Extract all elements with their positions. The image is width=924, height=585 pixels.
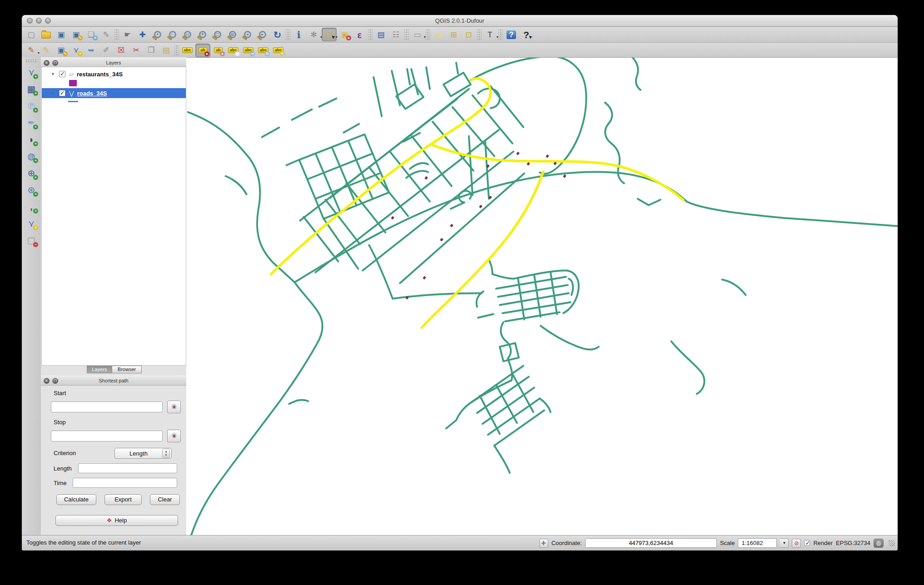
deselect-icon[interactable]: ▣● <box>338 28 352 41</box>
add-wms-layer-icon[interactable]: ◍+ <box>24 149 39 164</box>
add-postgis-layer-icon[interactable]: ℗+ <box>24 99 39 113</box>
measure-icon[interactable]: ▭▾ <box>410 28 424 41</box>
new-bookmark-icon[interactable]: ⊞ <box>447 28 461 41</box>
window-resize-grip[interactable] <box>889 540 895 546</box>
layer-visibility-checkbox[interactable] <box>59 71 65 77</box>
new-composer-icon[interactable]: ❏❄ <box>84 28 98 41</box>
add-mssql-layer-icon[interactable]: ◗+ <box>24 132 39 147</box>
capture-start-point-button[interactable]: ✳ <box>167 401 181 413</box>
restaurants-symbol-swatch[interactable] <box>69 80 77 86</box>
copy-features-icon[interactable]: ❐ <box>144 44 158 57</box>
save-project-as-icon[interactable]: ▣✎ <box>69 28 83 41</box>
statistics-icon[interactable]: ☷ <box>389 28 403 41</box>
tab-layers[interactable]: Layers <box>87 366 112 373</box>
layer-item-restaurants[interactable]: ▼ ▱ restaurants_34S <box>42 69 186 79</box>
scale-combo[interactable]: 1:16082 <box>738 538 777 548</box>
close-window-button[interactable] <box>27 18 33 24</box>
zoom-next-icon[interactable]: ▸ <box>255 28 269 41</box>
label-pin-highlighted-icon[interactable]: ab● <box>195 44 210 57</box>
add-wfs-layer-icon[interactable]: ⊛+ <box>24 183 39 197</box>
zoom-native-icon[interactable]: 1:1 <box>180 28 194 41</box>
minimize-window-button[interactable] <box>36 18 42 24</box>
clear-button[interactable]: Clear <box>150 494 180 505</box>
delete-selected-icon[interactable]: ☒ <box>114 44 128 57</box>
zoom-to-selection-icon[interactable]: ▢ <box>210 28 224 41</box>
new-shapefile-layer-icon[interactable]: ⋎✶ <box>24 216 39 231</box>
save-layer-edits-icon[interactable]: ▣✎ <box>54 44 68 57</box>
open-project-icon[interactable] <box>39 28 53 41</box>
float-panel-icon[interactable]: ❐ <box>52 60 58 66</box>
scale-dropdown-icon[interactable]: ▼ <box>780 538 789 548</box>
text-annotation-icon[interactable]: T▾ <box>483 28 497 41</box>
zoom-to-layer-icon[interactable]: ▤ <box>225 28 239 41</box>
select-rectangle-icon[interactable]: ▢▾ <box>322 28 337 41</box>
float-panel-icon[interactable]: ❐ <box>52 378 58 384</box>
capture-stop-point-button[interactable]: ✳ <box>167 430 181 442</box>
criterion-select[interactable]: Length ▲▼ <box>114 448 172 459</box>
paste-features-icon[interactable]: ▤ <box>159 44 173 57</box>
add-spatialite-layer-icon[interactable]: ✒+ <box>24 115 39 130</box>
layer-visibility-checkbox[interactable] <box>59 90 65 96</box>
toolbar-grip[interactable] <box>25 59 37 63</box>
add-delimited-text-icon[interactable]: ,+ <box>24 199 39 214</box>
labeling-icon[interactable]: abc <box>180 44 194 57</box>
dropdown-arrow-icon[interactable]: ▾ <box>424 35 426 39</box>
current-edits-icon[interactable]: ✎▾ <box>24 44 38 57</box>
dropdown-arrow-icon[interactable]: ▾ <box>497 35 498 39</box>
extents-toggle-icon[interactable]: ✛ <box>539 539 548 548</box>
save-project-icon[interactable]: ▣ <box>54 28 68 41</box>
calculate-button[interactable]: Calculate <box>56 494 96 505</box>
label-properties-icon[interactable]: abc✎ <box>271 44 285 57</box>
attribute-table-icon[interactable]: ▤ <box>374 28 388 41</box>
tab-browser[interactable]: Browser <box>112 366 142 373</box>
collapse-arrow-icon[interactable]: ▼ <box>51 72 55 76</box>
help-button[interactable]: ❖Help <box>55 515 178 526</box>
coordinate-input[interactable] <box>585 538 717 548</box>
map-tips-icon[interactable]: ● <box>432 28 446 41</box>
layer-item-roads[interactable]: ▼ ⋁ roads_34S <box>42 88 186 98</box>
whats-this-icon[interactable]: ? <box>519 28 533 41</box>
zoom-last-icon[interactable]: ◂ <box>240 28 254 41</box>
help-icon[interactable]: ? <box>504 28 518 41</box>
cut-features-icon[interactable]: ✂ <box>129 44 143 57</box>
label-rotate-icon[interactable]: abc↻ <box>256 44 270 57</box>
time-output[interactable] <box>73 478 177 488</box>
new-project-icon[interactable]: ▢ <box>24 28 38 41</box>
pan-map-icon[interactable]: ☛ <box>120 28 134 41</box>
toggle-editing-icon[interactable]: ✎ <box>39 44 53 57</box>
show-bookmarks-icon[interactable]: ⊡ <box>462 28 476 41</box>
export-button[interactable]: Export <box>104 494 142 505</box>
length-output[interactable] <box>78 463 177 473</box>
roads-symbol-swatch[interactable] <box>68 101 78 102</box>
add-wcs-layer-icon[interactable]: ⊕+ <box>24 166 39 180</box>
start-input[interactable] <box>51 402 163 412</box>
select-expression-icon[interactable]: ε <box>353 28 367 41</box>
render-checkbox[interactable] <box>804 540 810 546</box>
collapse-arrow-icon[interactable]: ▼ <box>51 91 55 95</box>
move-feature-icon[interactable]: ➥ <box>84 44 98 57</box>
stop-input[interactable] <box>51 431 163 441</box>
zoom-full-icon[interactable]: ✛ <box>195 28 209 41</box>
add-vector-layer-icon[interactable]: ⋎+ <box>24 65 39 79</box>
composer-manager-icon[interactable]: ✎ <box>99 28 113 41</box>
identify-icon[interactable]: ℹ <box>292 28 306 41</box>
label-move-icon[interactable]: abc➔ <box>241 44 255 57</box>
zoom-out-icon[interactable]: − <box>165 28 179 41</box>
add-feature-icon[interactable]: ⋎✶ <box>69 44 83 57</box>
label-visibility-icon[interactable]: abc◉ <box>226 44 240 57</box>
node-tool-icon[interactable]: ✐ <box>99 44 113 57</box>
map-refresh-icon[interactable]: ↻ <box>270 28 284 41</box>
add-raster-layer-icon[interactable]: ▦+ <box>24 82 39 96</box>
label-pin-icon[interactable]: ab● <box>211 44 225 57</box>
map-svg[interactable] <box>186 58 898 535</box>
remove-layer-icon[interactable]: ▢− <box>24 233 39 248</box>
titlebar[interactable]: QGIS 2.0.1-Dufour <box>22 15 898 27</box>
crs-status-icon[interactable]: ◍ <box>874 539 884 548</box>
close-icon[interactable]: ✕ <box>44 60 50 66</box>
close-icon[interactable]: ✕ <box>44 378 50 384</box>
zoom-window-button[interactable] <box>45 18 51 24</box>
zoom-in-icon[interactable]: + <box>150 28 164 41</box>
pan-to-selection-icon[interactable]: ✚ <box>135 28 149 41</box>
feature-action-icon[interactable]: ✻▾ <box>307 28 321 41</box>
map-canvas[interactable] <box>186 57 898 535</box>
